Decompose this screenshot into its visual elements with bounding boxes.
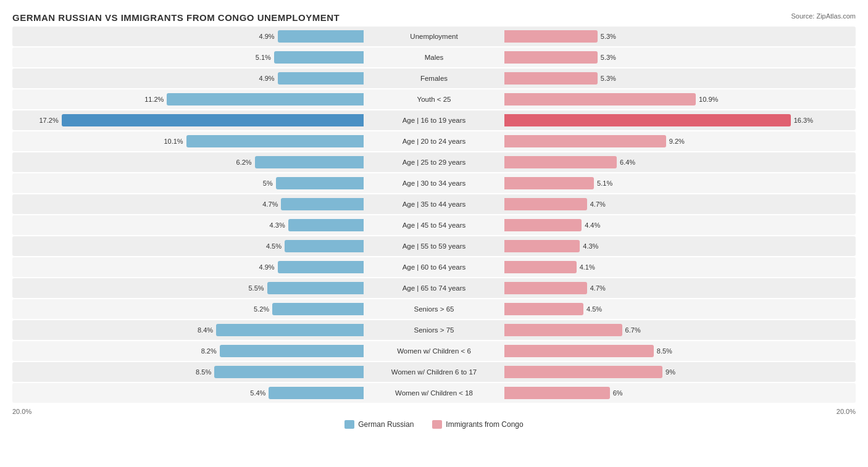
bar-row: 11.2%Youth < 2510.9% <box>12 89 856 109</box>
left-section: 4.5% <box>12 236 366 256</box>
bar-value-right: 6% <box>613 389 623 397</box>
bar-value-right: 9% <box>666 368 675 376</box>
left-section: 8.5% <box>12 362 366 382</box>
legend: German Russian Immigrants from Congo <box>12 420 856 429</box>
legend-immigrants-congo-label: Immigrants from Congo <box>446 420 523 429</box>
chart-container: GERMAN RUSSIAN VS IMMIGRANTS FROM CONGO … <box>0 0 868 460</box>
bar-center-label: Age | 20 to 24 years <box>366 138 502 145</box>
bar-row: 5.4%Women w/ Children < 186% <box>12 383 856 403</box>
bar-pink <box>504 345 654 357</box>
bar-blue <box>285 240 364 252</box>
bar-center-label: Women w/ Children < 6 <box>366 347 502 355</box>
bar-value-left: 17.2% <box>39 117 58 124</box>
left-section: 17.2% <box>12 110 366 130</box>
bar-value-right: 16.3% <box>794 117 813 124</box>
bar-value-right: 4.1% <box>580 263 595 271</box>
chart-title: GERMAN RUSSIAN VS IMMIGRANTS FROM CONGO … <box>12 12 340 23</box>
bar-center-label: Unemployment <box>366 33 502 40</box>
left-section: 8.2% <box>12 341 366 361</box>
bar-value-right: 8.5% <box>657 347 672 355</box>
bar-row: 5.2%Seniors > 654.5% <box>12 299 856 319</box>
bar-pink <box>504 240 580 252</box>
bar-center-label: Youth < 25 <box>366 96 502 103</box>
bar-blue <box>167 93 364 105</box>
bar-value-left: 4.3% <box>270 221 285 229</box>
bar-row: 4.5%Age | 55 to 59 years4.3% <box>12 236 856 256</box>
bar-value-left: 5.4% <box>250 389 265 397</box>
axis-left-label: 20.0% <box>12 408 31 415</box>
bar-row: 5%Age | 30 to 34 years5.1% <box>12 173 856 193</box>
bar-value-right: 9.2% <box>669 138 685 145</box>
bar-blue <box>255 156 364 168</box>
bar-pink <box>504 198 587 210</box>
left-section: 4.3% <box>12 215 366 235</box>
bar-row: 8.4%Seniors > 756.7% <box>12 320 856 340</box>
bar-pink <box>504 366 662 378</box>
left-section: 4.9% <box>12 68 366 88</box>
bar-center-label: Males <box>366 54 502 61</box>
axis-right-label: 20.0% <box>837 408 856 415</box>
bar-pink <box>504 114 791 126</box>
bar-value-right: 6.7% <box>625 326 641 334</box>
right-section: 8.5% <box>502 341 856 361</box>
legend-german-russian: German Russian <box>344 420 414 429</box>
left-section: 4.9% <box>12 27 366 46</box>
bar-pink <box>504 219 582 231</box>
bar-blue <box>272 303 364 315</box>
bar-value-right: 5.1% <box>597 180 612 187</box>
bar-value-left: 5% <box>263 180 273 187</box>
left-section: 8.4% <box>12 320 366 340</box>
left-section: 4.9% <box>12 257 366 277</box>
bar-value-right: 6.4% <box>620 159 635 166</box>
left-section: 5.4% <box>12 383 366 403</box>
right-section: 4.5% <box>502 299 856 319</box>
bar-center-label: Age | 45 to 54 years <box>366 221 502 229</box>
bar-blue <box>276 177 364 189</box>
bar-center-label: Age | 30 to 34 years <box>366 180 502 187</box>
bar-center-label: Age | 60 to 64 years <box>366 263 502 271</box>
right-section: 4.7% <box>502 194 856 214</box>
right-section: 9.2% <box>502 131 856 151</box>
right-section: 4.3% <box>502 236 856 256</box>
axis-labels: 20.0% 20.0% <box>12 404 856 415</box>
bar-value-left: 10.1% <box>164 138 183 145</box>
right-section: 5.3% <box>502 48 856 67</box>
bar-value-right: 4.5% <box>586 305 602 313</box>
bar-pink <box>504 93 696 105</box>
bar-center-label: Women w/ Children < 18 <box>366 389 502 397</box>
right-section: 5.3% <box>502 27 856 46</box>
bar-value-left: 8.5% <box>196 368 211 376</box>
source-text: Source: ZipAtlas.com <box>791 12 856 20</box>
bar-row: 6.2%Age | 25 to 29 years6.4% <box>12 152 856 172</box>
bar-center-label: Age | 35 to 44 years <box>366 200 502 208</box>
bar-value-left: 4.5% <box>266 242 282 250</box>
bar-blue <box>220 345 364 357</box>
bar-center-label: Females <box>366 75 502 82</box>
bar-row: 5.5%Age | 65 to 74 years4.7% <box>12 278 856 298</box>
bar-pink <box>504 261 577 273</box>
bar-pink <box>504 303 583 315</box>
right-section: 5.3% <box>502 68 856 88</box>
bar-blue <box>278 261 364 273</box>
bar-row: 17.2%Age | 16 to 19 years16.3% <box>12 110 856 130</box>
right-section: 16.3% <box>502 110 856 130</box>
bar-row: 10.1%Age | 20 to 24 years9.2% <box>12 131 856 151</box>
bar-pink <box>504 51 598 64</box>
bar-pink <box>504 135 666 147</box>
bar-value-left: 4.9% <box>259 33 275 40</box>
right-section: 4.4% <box>502 215 856 235</box>
legend-german-russian-color <box>344 420 354 429</box>
bar-value-left: 5.5% <box>248 284 264 292</box>
right-section: 6% <box>502 383 856 403</box>
bar-value-left: 4.7% <box>262 200 278 208</box>
legend-german-russian-label: German Russian <box>358 420 414 429</box>
bar-blue <box>216 324 364 336</box>
bar-blue <box>267 282 364 294</box>
left-section: 10.1% <box>12 131 366 151</box>
bar-center-label: Age | 65 to 74 years <box>366 284 502 292</box>
bar-value-left: 8.2% <box>201 347 217 355</box>
bar-blue <box>62 114 364 126</box>
right-section: 4.1% <box>502 257 856 277</box>
bar-row: 8.5%Women w/ Children 6 to 179% <box>12 362 856 382</box>
bar-value-right: 5.3% <box>601 33 616 40</box>
